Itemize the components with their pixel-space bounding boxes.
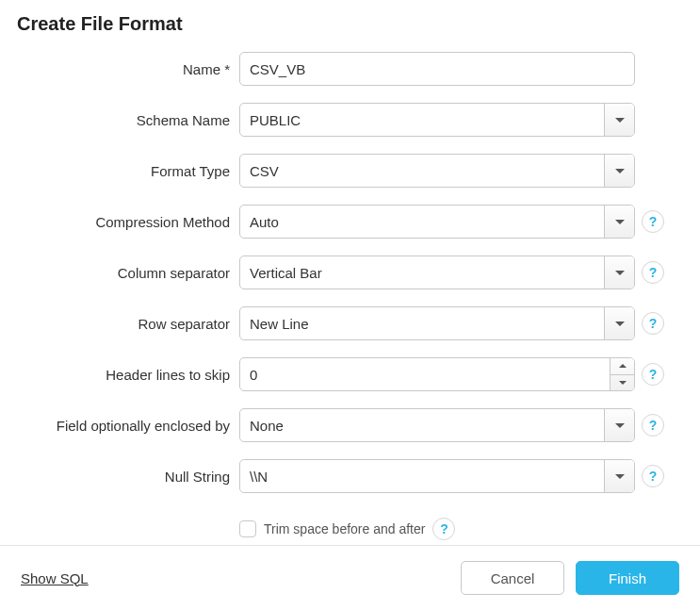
- row-format-type: Format Type CSV: [0, 154, 696, 188]
- label-col-sep: Column separator: [0, 265, 239, 281]
- label-row-sep: Row separator: [0, 316, 239, 332]
- col-sep-select[interactable]: Vertical Bar: [239, 256, 635, 289]
- triangle-down-icon: [619, 381, 627, 385]
- help-icon[interactable]: ?: [642, 261, 664, 284]
- null-string-value: \\N: [240, 469, 604, 485]
- compression-value: Auto: [240, 214, 604, 230]
- name-input[interactable]: [239, 52, 635, 86]
- spin-down-button[interactable]: [610, 375, 634, 391]
- label-null-string: Null String: [0, 469, 239, 485]
- col-sep-value: Vertical Bar: [240, 265, 604, 281]
- compression-dropdown-button[interactable]: [604, 206, 634, 238]
- help-icon[interactable]: ?: [642, 312, 664, 335]
- compression-select[interactable]: Auto: [239, 205, 635, 239]
- row-header-skip: Header lines to skip 0 ?: [0, 357, 696, 391]
- trim-checkbox[interactable]: [239, 520, 256, 537]
- schema-value: PUBLIC: [240, 112, 604, 128]
- format-type-dropdown-button[interactable]: [604, 155, 634, 187]
- row-null-string: Null String \\N ?: [0, 459, 696, 493]
- col-sep-dropdown-button[interactable]: [604, 256, 634, 289]
- header-skip-stepper[interactable]: 0: [239, 357, 635, 391]
- help-icon[interactable]: ?: [432, 518, 455, 540]
- label-schema: Schema Name: [0, 112, 239, 128]
- row-sep-dropdown-button[interactable]: [604, 307, 634, 339]
- format-type-value: CSV: [240, 163, 604, 179]
- dialog-header: Create File Format: [0, 0, 700, 42]
- row-sep-value: New Line: [240, 316, 604, 332]
- schema-select[interactable]: PUBLIC: [239, 103, 635, 137]
- trim-label: Trim space before and after: [264, 521, 425, 536]
- enclosed-by-dropdown-button[interactable]: [604, 409, 634, 441]
- chevron-down-icon: [615, 169, 625, 173]
- dialog-title: Create File Format: [17, 13, 683, 35]
- chevron-down-icon: [615, 118, 625, 123]
- cancel-button[interactable]: Cancel: [461, 561, 564, 595]
- help-icon[interactable]: ?: [642, 465, 664, 487]
- chevron-down-icon: [615, 423, 625, 428]
- row-trim: Trim space before and after ?: [0, 510, 696, 544]
- row-col-sep: Column separator Vertical Bar ?: [0, 256, 696, 289]
- schema-dropdown-button[interactable]: [604, 104, 634, 136]
- label-header-skip: Header lines to skip: [0, 367, 239, 383]
- label-format-type: Format Type: [0, 163, 239, 179]
- chevron-down-icon: [615, 321, 625, 326]
- row-row-sep: Row separator New Line ?: [0, 306, 696, 340]
- form-scroll-area[interactable]: Name * Schema Name PUBLIC Format Type CS…: [0, 42, 700, 545]
- label-name: Name *: [0, 61, 239, 77]
- help-icon[interactable]: ?: [642, 210, 664, 233]
- null-string-dropdown-button[interactable]: [604, 460, 634, 492]
- enclosed-by-value: None: [240, 418, 604, 434]
- row-sep-select[interactable]: New Line: [239, 306, 635, 340]
- triangle-up-icon: [619, 364, 627, 368]
- format-type-select[interactable]: CSV: [239, 154, 635, 188]
- show-sql-link[interactable]: Show SQL: [21, 570, 89, 586]
- row-enclosed-by: Field optionally enclosed by None ?: [0, 408, 696, 442]
- help-icon[interactable]: ?: [642, 414, 664, 437]
- help-icon[interactable]: ?: [642, 363, 664, 386]
- label-enclosed-by: Field optionally enclosed by: [0, 418, 239, 434]
- enclosed-by-select[interactable]: None: [239, 408, 635, 442]
- row-schema: Schema Name PUBLIC: [0, 103, 696, 137]
- header-skip-value: 0: [240, 367, 610, 383]
- chevron-down-icon: [615, 220, 625, 224]
- header-skip-spinner: [610, 358, 634, 390]
- chevron-down-icon: [615, 271, 625, 275]
- null-string-select[interactable]: \\N: [239, 459, 635, 493]
- dialog-footer: Show SQL Cancel Finish: [0, 545, 700, 610]
- row-compression: Compression Method Auto ?: [0, 205, 696, 239]
- row-name: Name *: [0, 52, 696, 86]
- label-compression: Compression Method: [0, 214, 239, 230]
- spin-up-button[interactable]: [610, 358, 634, 375]
- chevron-down-icon: [615, 474, 625, 479]
- finish-button[interactable]: Finish: [576, 561, 679, 595]
